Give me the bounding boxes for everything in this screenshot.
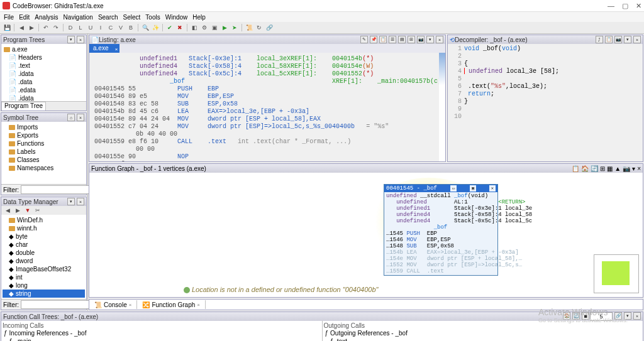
play-icon[interactable]: ▶	[220, 23, 229, 32]
node-close-icon[interactable]: ✕	[489, 185, 496, 192]
nav-back-icon[interactable]: ◀	[17, 23, 26, 32]
menu-icon[interactable]: ▾	[624, 36, 631, 43]
menu-help[interactable]: Help	[192, 14, 206, 21]
dec-export-icon[interactable]: ⤴	[596, 36, 603, 43]
program-trees-body[interactable]: a.exe 📄Headers 📄.text 📄.idata 📄.data 📄.e…	[1, 44, 86, 101]
dtm-cut-icon[interactable]: ✂	[33, 206, 42, 215]
check-icon[interactable]: ✔	[165, 23, 174, 32]
tag-v-icon[interactable]: V	[116, 23, 125, 32]
dec-copy-icon[interactable]: 📋	[605, 36, 613, 43]
tag-d-icon[interactable]: D	[66, 23, 75, 32]
menu-icon[interactable]: ▾	[632, 165, 635, 172]
tag-l-icon[interactable]: L	[76, 23, 85, 32]
fg-snapshot-icon[interactable]: 📷	[623, 165, 630, 172]
symbol-filter-input[interactable]	[21, 185, 95, 194]
bug-icon[interactable]: ▣	[210, 23, 219, 32]
menu-navigation[interactable]: Navigation	[64, 14, 93, 21]
function-graph-tab[interactable]: 🔀Function Graph×	[137, 300, 206, 309]
cancel-icon[interactable]: ✖	[175, 23, 184, 32]
split-icon[interactable]: ⊞	[408, 36, 415, 43]
cursor-icon[interactable]: ✎	[360, 36, 368, 43]
menu-search[interactable]: Search	[98, 14, 118, 21]
panel-menu-icon[interactable]: ▾	[67, 36, 75, 43]
decompiler-panel: ⟲ Decompiler: _bof - (a.exe) ⤴ 📋 📷 ▾ × 1…	[447, 35, 643, 162]
dec-snapshot-icon[interactable]: 📷	[614, 36, 622, 43]
window-minimize-button[interactable]: —	[608, 2, 614, 10]
panel-close-icon[interactable]: ×	[77, 36, 84, 43]
fg-up-icon[interactable]: ▲	[614, 165, 621, 172]
listing-code[interactable]: undefined1 Stack[-0x3e]:1 local_3eXREF[1…	[89, 53, 445, 161]
tag-i-icon[interactable]: I	[96, 23, 105, 32]
fg-refresh-icon[interactable]: 🔄	[591, 165, 598, 172]
link-icon[interactable]: 🔗	[265, 23, 274, 32]
script-icon[interactable]: 📜	[245, 23, 253, 32]
redo-icon[interactable]: ↷	[52, 23, 60, 32]
function-graph-minimap[interactable]	[594, 254, 639, 293]
fg-home-icon[interactable]: 🏠	[581, 165, 589, 172]
undo-icon[interactable]: ↶	[42, 23, 50, 32]
console-tab[interactable]: 📜Console×	[89, 300, 137, 309]
marker-bar[interactable]	[439, 53, 445, 161]
close-icon[interactable]: ×	[633, 312, 641, 320]
tag-u-icon[interactable]: U	[86, 23, 95, 32]
program-tree-tab[interactable]: Program Tree	[1, 102, 46, 111]
tag-c-icon[interactable]: C	[106, 23, 115, 32]
close-icon[interactable]: ×	[436, 36, 443, 43]
cube-icon[interactable]: ◧	[190, 23, 199, 32]
symbol-tree-body[interactable]: Imports Exports Functions Labels Classes…	[1, 122, 86, 184]
program-trees-panel: Program Trees ▾ × a.exe 📄Headers 📄.text …	[1, 35, 87, 111]
panel-close-icon[interactable]: ×	[77, 198, 84, 205]
dtm-body[interactable]: WinDef.h winnt.h ◆byte ◆char ◆double ◆dw…	[1, 215, 86, 299]
function-graph-title: Function Graph - _bof - 1 vertices (a.ex…	[91, 165, 206, 172]
fg-nest-icon[interactable]: ▦	[607, 165, 613, 172]
step-icon[interactable]: ➤	[230, 23, 239, 32]
menu-analysis[interactable]: Analysis	[35, 14, 58, 21]
panel-home-icon[interactable]: ⌂	[67, 114, 75, 121]
marker-icon[interactable]: ▤	[398, 36, 406, 43]
menu-tools[interactable]: Tools	[145, 14, 160, 21]
snapshot-icon[interactable]: 📷	[417, 36, 425, 43]
tag-b-icon[interactable]: B	[126, 23, 135, 32]
dtm-filter-input[interactable]	[21, 300, 95, 309]
listing-file-tab[interactable]: a.exe×	[89, 44, 119, 53]
node-collapse-icon[interactable]: ▭	[450, 185, 457, 192]
gear-icon[interactable]: ⚙	[200, 23, 209, 32]
list-icon[interactable]: ☰	[389, 36, 396, 43]
wand-icon[interactable]: ✨	[151, 23, 160, 32]
function-graph-node[interactable]: 00401545 - _bof ▭ ▣ ✕ undefined __stdcal…	[384, 184, 498, 276]
pin-icon[interactable]: 📌	[370, 36, 377, 43]
function-graph-canvas[interactable]: 00401545 - _bof ▭ ▣ ✕ undefined __stdcal…	[89, 173, 643, 297]
panel-menu-icon[interactable]: ▾	[67, 198, 75, 205]
magnifier-icon[interactable]: 🔍	[141, 23, 150, 32]
panel-close-icon[interactable]: ×	[77, 114, 84, 121]
close-icon[interactable]: ×	[129, 302, 132, 308]
outgoing-calls-pane[interactable]: Outgoing Calls ƒOutgoing References - _b…	[323, 321, 643, 341]
menu-select[interactable]: Select	[123, 14, 141, 21]
function-graph-status: Location is not in a defined or undefine…	[184, 286, 378, 293]
fg-copy-icon[interactable]: 📋	[572, 165, 579, 172]
decompiler-title: Decompiler: _bof - (a.exe)	[455, 36, 528, 43]
nav-fwd-icon[interactable]: ▶	[27, 23, 36, 32]
menu-file[interactable]: File	[4, 14, 14, 21]
close-icon[interactable]: ×	[197, 302, 200, 308]
window-maximize-button[interactable]: ▢	[622, 2, 628, 10]
node-win-icon[interactable]: ▣	[470, 185, 476, 192]
decompiler-code[interactable]: 1void _bof(void)23{4 undefined local_3e …	[448, 44, 643, 161]
close-icon[interactable]: ×	[633, 36, 641, 43]
status-dot-icon	[184, 287, 190, 293]
refresh-icon[interactable]: ↻	[255, 23, 264, 32]
menu-edit[interactable]: Edit	[19, 14, 30, 21]
copy-icon[interactable]: 📋	[379, 36, 387, 43]
menu-icon[interactable]: ▾	[426, 36, 434, 43]
menu-window[interactable]: Window	[165, 14, 188, 21]
dtm-fwd-icon[interactable]: ▶	[13, 206, 22, 215]
window-close-button[interactable]: ✕	[636, 2, 641, 10]
close-icon[interactable]: ×	[637, 165, 641, 172]
save-icon[interactable]: 💾	[3, 23, 11, 32]
incoming-calls-pane[interactable]: Incoming Calls ƒIncoming References - _b…	[1, 321, 323, 341]
fg-layout-icon[interactable]: ⊞	[600, 165, 605, 172]
dtm-title: Data Type Manager	[3, 198, 58, 205]
symbol-tree-panel: Symbol Tree ⌂× Imports Exports Functions…	[1, 112, 87, 195]
dtm-back-icon[interactable]: ◀	[3, 206, 12, 215]
dtm-filter-icon[interactable]: ▼	[23, 206, 32, 215]
